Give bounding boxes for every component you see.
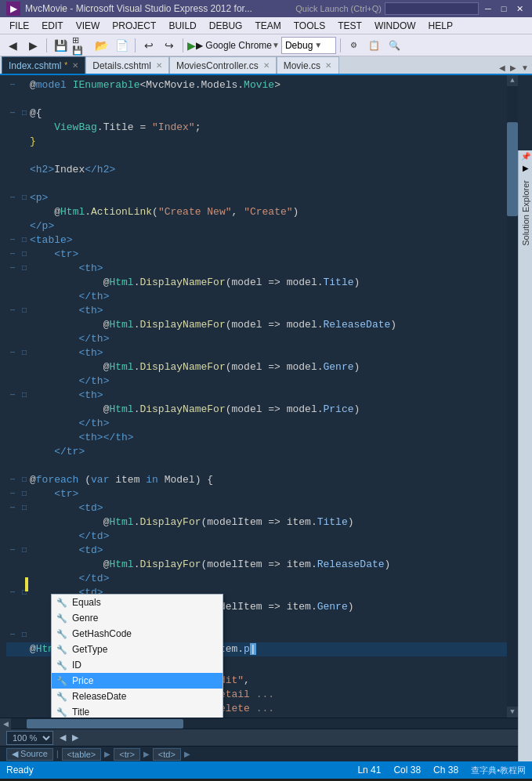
scroll-thumb[interactable] (507, 122, 518, 216)
solution-explorer-panel[interactable]: 📌 ▶ Solution Explorer (518, 150, 532, 761)
ac-icon: 🔧 (56, 597, 67, 608)
code-line-9: ─ □ <p> (6, 191, 532, 205)
breadcrumb-source[interactable]: ◀ Source (6, 748, 53, 761)
autocomplete-item-genre[interactable]: 🔧Genre (52, 610, 223, 626)
menu-item-view[interactable]: VIEW (70, 17, 107, 34)
tab-Movie-cs[interactable]: Movie.cs✕ (277, 56, 339, 74)
code-line-3: ─ □ @{ (6, 107, 532, 121)
tab-scroll-left[interactable]: ◀ (498, 62, 507, 74)
menu-item-project[interactable]: PROJECT (106, 17, 162, 34)
code-line-32: @Html.DisplayFor(modelItem => item.Title… (6, 515, 532, 530)
autocomplete-item-title[interactable]: 🔧Title (52, 704, 223, 718)
close-button[interactable]: ✕ (513, 2, 526, 15)
run-icon: ▶ (187, 39, 196, 52)
code-line-10: @Html.ActionLink("Create New", "Create") (6, 205, 532, 219)
gutter-1[interactable]: ─ (6, 78, 19, 92)
watermark: 查字典•教程网 (471, 765, 526, 776)
new-file-button[interactable]: 📄 (112, 36, 131, 55)
zoom-nav-left[interactable]: ◀ (60, 732, 66, 743)
tab-close-button[interactable]: ✕ (72, 61, 78, 70)
code-content: ─ @model IEnumerable<MvcMovie.Models.Mov… (0, 75, 532, 718)
code-line-14: ─ □ <th> (6, 262, 532, 276)
save-button[interactable]: 💾 (51, 36, 70, 55)
quick-launch-input[interactable] (385, 2, 479, 15)
zoom-bar: 100 % 75 % 125 % 150 % ◀ ▶ (0, 729, 532, 746)
code-line-36: </td> (6, 572, 532, 586)
autocomplete-dropdown[interactable]: 🔧Equals🔧Genre🔧GetHashCode🔧GetType🔧ID🔧Pri… (51, 594, 223, 718)
code-line-21: @Html.DisplayNameFor(model => model.Genr… (6, 360, 532, 374)
autocomplete-item-equals[interactable]: 🔧Equals (52, 595, 223, 610)
back-button[interactable]: ◀ (3, 36, 22, 55)
code-line-8 (6, 177, 532, 191)
code-line-11: </p> (6, 219, 532, 233)
debug-label: Debug (285, 40, 313, 51)
open-file-button[interactable]: 📂 (92, 36, 110, 55)
code-line-18: @Html.DisplayNameFor(model => model.Rele… (6, 318, 532, 332)
ac-label: ReleaseDate (72, 689, 126, 703)
tab-close-button[interactable]: ✕ (325, 61, 331, 70)
minimize-button[interactable]: ─ (482, 2, 494, 15)
code-line-33: </td> (6, 530, 532, 544)
breadcrumb-td[interactable]: <td> (153, 748, 181, 761)
se-expand-button[interactable]: ▶ (521, 162, 530, 174)
tab-Index-cshtml[interactable]: Index.cshtml*✕ (2, 56, 85, 74)
toolbar-separator-4 (340, 38, 341, 52)
autocomplete-item-gettype[interactable]: 🔧GetType (52, 642, 223, 657)
tab-scroll-controls: ◀ ▶ ▼ (498, 62, 530, 74)
zoom-nav-right[interactable]: ▶ (72, 732, 78, 743)
menu-item-build[interactable]: BUILD (162, 17, 202, 34)
ac-label: GetType (72, 642, 107, 656)
tab-list-dropdown[interactable]: ▼ (519, 62, 530, 74)
run-dropdown-icon[interactable]: ▼ (272, 41, 280, 49)
quick-launch-hint: Quick Launch (Ctrl+Q) (295, 4, 382, 13)
solution-explorer-label[interactable]: Solution Explorer (521, 180, 530, 246)
forward-button[interactable]: ▶ (24, 36, 42, 55)
se-pin-button[interactable]: 📌 (519, 150, 532, 162)
menu-item-test[interactable]: TEST (331, 17, 368, 34)
scroll-up-button[interactable]: ▲ (507, 75, 518, 86)
redo-button[interactable]: ↪ (160, 36, 179, 55)
autocomplete-item-gethashcode[interactable]: 🔧GetHashCode (52, 626, 223, 642)
attach-button[interactable]: ⚙ (345, 36, 364, 55)
menu-item-help[interactable]: HELP (422, 17, 459, 34)
breadcrumb-table[interactable]: <table> (62, 748, 102, 761)
breadcrumb-tr[interactable]: <tr> (114, 748, 140, 761)
tab-Details-cshtml[interactable]: Details.cshtml✕ (85, 56, 169, 74)
menu-item-tools[interactable]: TOOLS (288, 17, 331, 34)
horizontal-scrollbar[interactable]: ◀ ▶ (0, 718, 532, 729)
menu-item-file[interactable]: FILE (3, 17, 35, 34)
code-line-29: ─ □ @foreach (var item in Model) { (6, 473, 532, 487)
ac-label: GetHashCode (72, 627, 132, 641)
save-all-button[interactable]: ⊞💾 (71, 36, 90, 55)
ac-icon: 🔧 (56, 613, 67, 624)
ac-label: Title (72, 705, 89, 718)
autocomplete-item-price[interactable]: 🔧Price (52, 673, 223, 689)
scroll-down-button[interactable]: ▼ (507, 707, 518, 718)
debug-mode-dropdown[interactable]: Debug ▼ (281, 37, 336, 54)
h-scroll-left-button[interactable]: ◀ (0, 718, 11, 729)
tab-label: Details.cshtml (92, 60, 151, 71)
menu-item-edit[interactable]: EDIT (35, 17, 69, 34)
h-scroll-thumb[interactable] (27, 719, 183, 729)
menu-item-team[interactable]: TEAM (248, 17, 287, 34)
code-line-17: ─ □ <th> (6, 304, 532, 318)
autocomplete-item-releasedate[interactable]: 🔧ReleaseDate (52, 689, 223, 704)
code-line-30: ─ □ <tr> (6, 487, 532, 501)
toolbar-btn-5[interactable]: 📋 (365, 36, 384, 55)
tab-close-button[interactable]: ✕ (263, 61, 270, 70)
code-line-25: </th> (6, 417, 532, 431)
run-button[interactable]: ▶ ▶ Google Chrome ▼ (187, 39, 280, 52)
undo-button[interactable]: ↩ (139, 36, 158, 55)
vertical-scrollbar[interactable]: ▲ ▼ (507, 75, 518, 718)
code-editor[interactable]: ─ @model IEnumerable<MvcMovie.Models.Mov… (0, 75, 532, 718)
autocomplete-item-id[interactable]: 🔧ID (52, 657, 223, 673)
code-line-24: @Html.DisplayNameFor(model => model.Pric… (6, 403, 532, 417)
tab-scroll-right[interactable]: ▶ (508, 62, 518, 74)
tab-MoviesController-cs[interactable]: MoviesController.cs✕ (169, 56, 277, 74)
menu-item-window[interactable]: WINDOW (368, 17, 422, 34)
toolbar-btn-6[interactable]: 🔍 (385, 36, 404, 55)
maximize-button[interactable]: □ (498, 2, 510, 15)
menu-item-debug[interactable]: DEBUG (203, 17, 249, 34)
zoom-select[interactable]: 100 % 75 % 125 % 150 % (6, 731, 53, 745)
tab-close-button[interactable]: ✕ (156, 61, 162, 70)
